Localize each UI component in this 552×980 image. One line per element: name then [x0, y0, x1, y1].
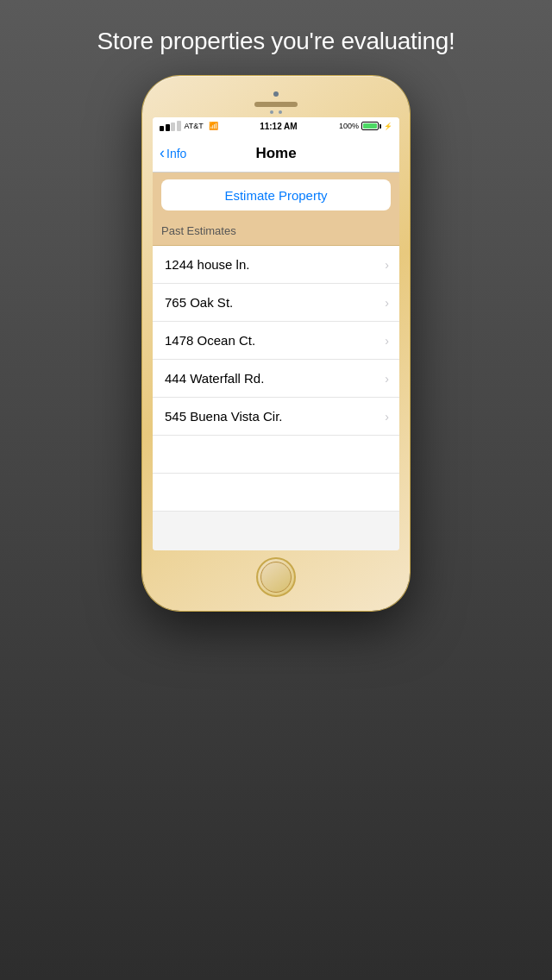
home-button-inner: [260, 562, 292, 593]
phone-screen: AT&T 📶 11:12 AM 100% ⚡ ‹ Info Ho: [153, 117, 399, 550]
chevron-right-icon: ›: [385, 296, 389, 310]
battery-fill: [363, 123, 377, 129]
wifi-icon: 📶: [209, 122, 218, 130]
battery-container: [361, 122, 381, 130]
phone-shell: AT&T 📶 11:12 AM 100% ⚡ ‹ Info Ho: [142, 76, 410, 611]
signal-bar-1: [160, 126, 164, 131]
back-label: Info: [166, 147, 186, 160]
back-chevron-icon: ‹: [160, 145, 165, 160]
list-item[interactable]: 545 Buena Vista Cir. ›: [153, 398, 399, 436]
address-text: 444 Waterfall Rd.: [165, 371, 264, 386]
past-estimates-header: Past Estimates: [153, 217, 399, 246]
phone-dot-left: [270, 110, 273, 114]
estimate-button-label: Estimate Property: [224, 188, 327, 203]
status-time: 11:12 AM: [260, 122, 298, 131]
phone-speaker: [254, 102, 298, 107]
carrier-text: AT&T: [185, 122, 204, 130]
content-area: Estimate Property Past Estimates 1244 ho…: [153, 173, 399, 550]
empty-row: [153, 436, 399, 474]
battery-percent-text: 100%: [339, 122, 359, 130]
signal-bar-2: [166, 124, 170, 131]
phone-dot-right: [279, 110, 282, 114]
home-button[interactable]: [256, 557, 296, 597]
address-text: 1244 house ln.: [165, 257, 249, 272]
signal-bar-4: [177, 121, 181, 131]
signal-dots: [160, 121, 181, 131]
past-estimates-label: Past Estimates: [161, 224, 236, 237]
phone-sensors: [270, 110, 282, 114]
address-text: 1478 Ocean Ct.: [165, 333, 255, 348]
battery-tip: [380, 124, 381, 129]
bolt-icon: ⚡: [384, 122, 392, 130]
estimate-section: Estimate Property: [153, 173, 399, 217]
status-left: AT&T 📶: [160, 121, 218, 131]
chevron-right-icon: ›: [385, 372, 389, 386]
estimate-property-button[interactable]: Estimate Property: [161, 179, 391, 210]
phone-top: [153, 86, 399, 117]
nav-bar: ‹ Info Home: [153, 135, 399, 173]
chevron-right-icon: ›: [385, 410, 389, 424]
list-item[interactable]: 444 Waterfall Rd. ›: [153, 360, 399, 398]
status-right: 100% ⚡: [339, 122, 392, 130]
nav-title: Home: [255, 145, 296, 162]
address-text: 545 Buena Vista Cir.: [165, 409, 282, 424]
address-text: 765 Oak St.: [165, 295, 233, 310]
phone-camera: [273, 91, 279, 97]
signal-bar-3: [171, 122, 175, 131]
chevron-right-icon: ›: [385, 334, 389, 348]
empty-row: [153, 474, 399, 512]
chevron-right-icon: ›: [385, 258, 389, 272]
list-item[interactable]: 1244 house ln. ›: [153, 246, 399, 284]
list-item[interactable]: 1478 Ocean Ct. ›: [153, 322, 399, 360]
headline: Store properties you're evaluating!: [97, 28, 455, 55]
battery-body: [361, 122, 379, 130]
nav-back-button[interactable]: ‹ Info: [160, 146, 186, 160]
status-bar: AT&T 📶 11:12 AM 100% ⚡: [153, 117, 399, 135]
list-item[interactable]: 765 Oak St. ›: [153, 284, 399, 322]
address-list: 1244 house ln. › 765 Oak St. › 1478 Ocea…: [153, 246, 399, 512]
